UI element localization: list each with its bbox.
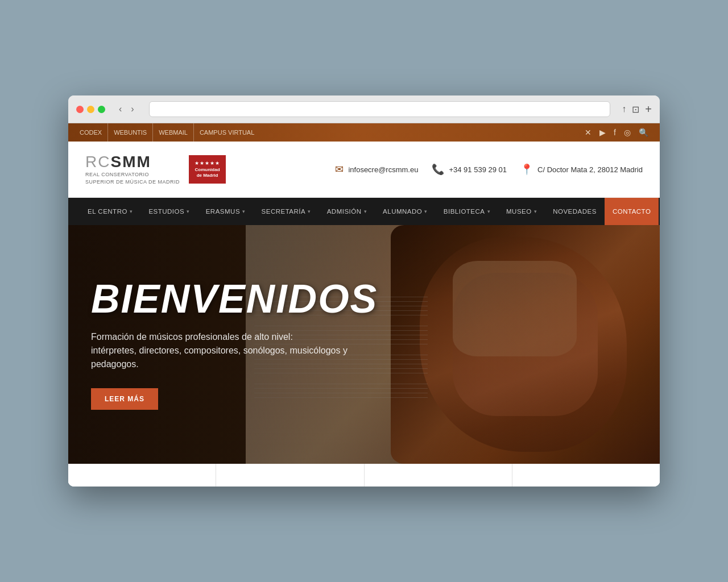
nav-item-museo[interactable]: MUSEO▾ bbox=[498, 198, 545, 225]
browser-titlebar: ‹ › ↑ ⊡ + bbox=[68, 95, 660, 123]
navbar: EL CENTRO▾ESTUDIOS▾ERASMUS▾SECRETARÍA▾AD… bbox=[68, 198, 660, 225]
twitter-icon[interactable]: ✕ bbox=[585, 128, 592, 137]
bottom-card-4 bbox=[512, 464, 660, 487]
topbar-link-campus-virtual[interactable]: CAMPUS VIRTUAL bbox=[194, 123, 260, 142]
bottom-cards bbox=[68, 464, 660, 487]
browser-actions: ↑ ⊡ + bbox=[622, 103, 652, 116]
header: RCSMM REAL CONSERVATORIO SUPERIOR DE MÚS… bbox=[68, 142, 660, 197]
hero-section: BIENVENIDOS Formación de músicos profesi… bbox=[68, 225, 660, 464]
location-icon: 📍 bbox=[520, 163, 533, 176]
phone-text: +34 91 539 29 01 bbox=[449, 165, 507, 174]
address-bar[interactable] bbox=[149, 101, 611, 117]
contact-address: 📍 C/ Doctor Mata 2, 28012 Madrid bbox=[520, 163, 643, 176]
chevron-down-icon: ▾ bbox=[534, 209, 537, 214]
add-tab-button[interactable]: + bbox=[645, 103, 652, 116]
madrid-stars: ★★★★★ bbox=[195, 160, 220, 166]
window-controls bbox=[76, 106, 105, 113]
back-button[interactable]: ‹ bbox=[115, 103, 125, 115]
email-text: infosecre@rcsmm.eu bbox=[348, 165, 418, 174]
hero-subtitle: Formación de músicos profesionales de al… bbox=[91, 330, 387, 371]
nav-item-el_centro[interactable]: EL CENTRO▾ bbox=[80, 198, 140, 225]
forward-button[interactable]: › bbox=[127, 103, 137, 115]
contact-email: ✉ infosecre@rcsmm.eu bbox=[335, 163, 418, 176]
email-icon: ✉ bbox=[335, 163, 344, 176]
hero-content: BIENVENIDOS Formación de músicos profesi… bbox=[91, 279, 387, 410]
chevron-down-icon: ▾ bbox=[364, 209, 367, 214]
nav-item-alumnado[interactable]: ALUMNADO▾ bbox=[375, 198, 436, 225]
address-text: C/ Doctor Mata 2, 28012 Madrid bbox=[537, 165, 643, 174]
chevron-down-icon: ▾ bbox=[187, 209, 190, 214]
browser-nav: ‹ › bbox=[115, 103, 138, 115]
minimize-button[interactable] bbox=[87, 106, 94, 113]
topbar-social: ✕▶f◎🔍 bbox=[585, 128, 648, 137]
instagram-icon[interactable]: ◎ bbox=[624, 128, 631, 137]
contact-info: ✉ infosecre@rcsmm.eu 📞 +34 91 539 29 01 … bbox=[335, 163, 643, 176]
leer-mas-button[interactable]: LEER MÁS bbox=[91, 388, 158, 410]
nav-item-secretara[interactable]: SECRETARÍA▾ bbox=[254, 198, 319, 225]
logo-madrid: ★★★★★ Comunidadde Madrid bbox=[189, 155, 226, 184]
bottom-card-1 bbox=[68, 464, 216, 487]
logo-subtitle-line2: SUPERIOR DE MÚSICA DE MADRID bbox=[85, 178, 180, 186]
topbar-link-webuntis[interactable]: WEBUNTIS bbox=[108, 123, 153, 142]
share-button[interactable]: ↑ bbox=[622, 104, 626, 114]
nav-item-erasmus[interactable]: ERASMUS▾ bbox=[198, 198, 254, 225]
logo-area: RCSMM REAL CONSERVATORIO SUPERIOR DE MÚS… bbox=[85, 153, 226, 185]
youtube-icon[interactable]: ▶ bbox=[599, 128, 606, 137]
search-icon[interactable]: 🔍 bbox=[639, 128, 648, 137]
browser-window: ‹ › ↑ ⊡ + CODEXWEBUNTISWEBMAILCAMPUS VIR… bbox=[68, 95, 660, 486]
chevron-down-icon: ▾ bbox=[242, 209, 246, 214]
chevron-down-icon: ▾ bbox=[130, 209, 133, 214]
chevron-down-icon: ▾ bbox=[308, 209, 311, 214]
minmax-button[interactable]: ⊡ bbox=[632, 104, 639, 115]
hero-title: BIENVENIDOS bbox=[91, 279, 387, 319]
nav-item-biblioteca[interactable]: BIBLIOTECA▾ bbox=[436, 198, 498, 225]
nav-item-contacto[interactable]: CONTACTO bbox=[605, 198, 659, 225]
chevron-down-icon: ▾ bbox=[424, 209, 428, 214]
facebook-icon[interactable]: f bbox=[614, 128, 616, 137]
topbar-links: CODEXWEBUNTISWEBMAILCAMPUS VIRTUAL bbox=[80, 123, 260, 142]
chevron-down-icon: ▾ bbox=[487, 209, 491, 214]
contact-phone: 📞 +34 91 539 29 01 bbox=[432, 163, 507, 176]
topbar-link-webmail[interactable]: WEBMAIL bbox=[153, 123, 194, 142]
maximize-button[interactable] bbox=[98, 106, 105, 113]
close-button[interactable] bbox=[76, 106, 84, 113]
madrid-label: Comunidadde Madrid bbox=[195, 167, 220, 179]
nav-item-novedades[interactable]: NOVEDADES bbox=[545, 198, 605, 225]
topbar: CODEXWEBUNTISWEBMAILCAMPUS VIRTUAL ✕▶f◎🔍 bbox=[68, 123, 660, 142]
logo-text: RCSMM REAL CONSERVATORIO SUPERIOR DE MÚS… bbox=[85, 153, 180, 185]
bottom-card-3 bbox=[365, 464, 512, 487]
phone-icon: 📞 bbox=[432, 163, 444, 176]
bottom-card-2 bbox=[216, 464, 364, 487]
website-content: CODEXWEBUNTISWEBMAILCAMPUS VIRTUAL ✕▶f◎🔍… bbox=[68, 123, 660, 486]
topbar-link-codex[interactable]: CODEX bbox=[80, 123, 108, 142]
hero-subtitle-line1: Formación de músicos profesionales de al… bbox=[91, 332, 293, 342]
nav-item-estudios[interactable]: ESTUDIOS▾ bbox=[140, 198, 197, 225]
nav-item-admisin[interactable]: ADMISIÓN▾ bbox=[319, 198, 375, 225]
hero-subtitle-line2: intérpretes, directores, compositores, s… bbox=[91, 346, 348, 369]
logo-subtitle-line1: REAL CONSERVATORIO bbox=[85, 171, 180, 178]
logo-rcsmm: RCSMM bbox=[85, 153, 180, 171]
